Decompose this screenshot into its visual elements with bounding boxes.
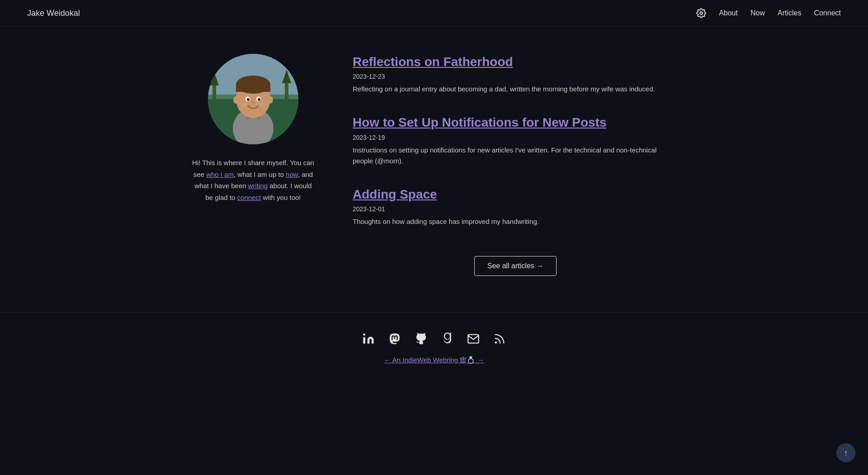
github-icon[interactable] bbox=[413, 331, 429, 347]
nav-link-about[interactable]: About bbox=[719, 9, 738, 17]
main-container: Hi! This is where I share myself. You ca… bbox=[163, 27, 705, 312]
sidebar: Hi! This is where I share myself. You ca… bbox=[190, 54, 316, 312]
sidebar-bio: Hi! This is where I share myself. You ca… bbox=[190, 157, 316, 203]
article-desc-3: Thoughts on how adding space has improve… bbox=[353, 216, 678, 227]
now-link[interactable]: now bbox=[286, 171, 298, 178]
article-date-3: 2023-12-01 bbox=[353, 205, 678, 213]
gear-icon[interactable] bbox=[696, 8, 706, 18]
site-brand[interactable]: Jake Weidokal bbox=[27, 9, 80, 18]
see-all-container: See all articles → bbox=[353, 256, 678, 276]
svg-point-25 bbox=[495, 342, 496, 343]
webring-link[interactable]: ← An IndieWeb Webring 🕸💍 → bbox=[384, 356, 484, 364]
article-item: Adding Space 2023-12-01 Thoughts on how … bbox=[353, 186, 678, 242]
nav-link-connect[interactable]: Connect bbox=[814, 9, 841, 17]
avatar bbox=[208, 54, 298, 144]
svg-rect-23 bbox=[363, 337, 365, 344]
goodreads-icon[interactable] bbox=[439, 331, 455, 347]
rss-icon[interactable] bbox=[491, 331, 508, 347]
linkedin-icon[interactable] bbox=[360, 331, 377, 347]
svg-point-17 bbox=[258, 98, 260, 101]
svg-rect-13 bbox=[236, 85, 270, 92]
article-item: How to Set Up Notifications for New Post… bbox=[353, 114, 678, 180]
writing-link[interactable]: writing bbox=[248, 182, 268, 190]
article-title-3[interactable]: Adding Space bbox=[353, 186, 437, 203]
svg-point-19 bbox=[259, 102, 266, 107]
main-nav: Jake Weidokal About Now Articles Connect bbox=[0, 0, 868, 26]
article-date-1: 2023-12-23 bbox=[353, 73, 678, 80]
svg-point-0 bbox=[700, 12, 703, 14]
email-icon[interactable] bbox=[465, 331, 481, 347]
article-item: Reflections on Fatherhood 2023-12-23 Ref… bbox=[353, 54, 678, 109]
social-icons bbox=[360, 331, 508, 347]
article-desc-2: Instructions on setting up notifications… bbox=[353, 145, 678, 166]
article-desc-1: Reflecting on a journal entry about beco… bbox=[353, 84, 678, 95]
article-date-2: 2023-12-19 bbox=[353, 134, 678, 141]
svg-point-18 bbox=[241, 102, 248, 107]
svg-point-20 bbox=[251, 101, 255, 104]
article-title-1[interactable]: Reflections on Fatherhood bbox=[353, 54, 513, 70]
mastodon-icon[interactable] bbox=[387, 331, 403, 347]
footer: ← An IndieWeb Webring 🕸💍 → bbox=[0, 312, 868, 382]
svg-point-24 bbox=[363, 334, 365, 336]
svg-point-22 bbox=[268, 96, 273, 104]
article-title-2[interactable]: How to Set Up Notifications for New Post… bbox=[353, 114, 607, 131]
svg-point-21 bbox=[233, 96, 239, 104]
connect-link[interactable]: connect bbox=[237, 194, 261, 201]
articles-section: Reflections on Fatherhood 2023-12-23 Ref… bbox=[353, 54, 678, 312]
nav-link-now[interactable]: Now bbox=[750, 9, 765, 17]
see-all-button[interactable]: See all articles → bbox=[474, 256, 557, 276]
nav-link-articles[interactable]: Articles bbox=[778, 9, 801, 17]
scroll-top-button[interactable]: ↑ bbox=[836, 443, 855, 462]
svg-point-16 bbox=[247, 98, 250, 101]
who-i-am-link[interactable]: who I am bbox=[206, 171, 234, 178]
nav-links: About Now Articles Connect bbox=[696, 8, 841, 18]
